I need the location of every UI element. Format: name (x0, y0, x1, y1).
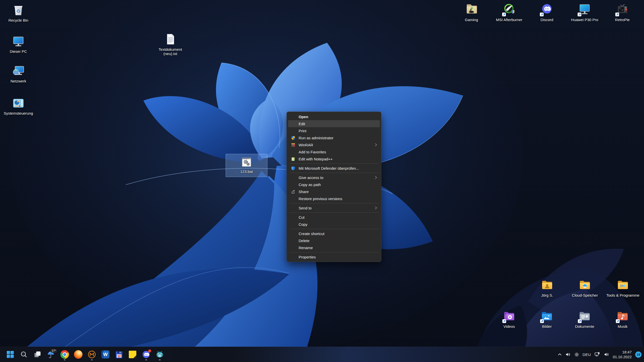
menu-item-label: Add to Favorites (299, 150, 326, 154)
shortcut-arrow-icon (578, 13, 581, 16)
menu-item-cut[interactable]: Cut (288, 214, 380, 221)
desktop-icon-musik[interactable]: Musik (604, 309, 641, 329)
desktop-icon-huawei-p30[interactable]: Huawei P30 Pro (566, 2, 603, 22)
desktop-icon-label: Recycle Bin (8, 18, 28, 22)
taskbar: 17° W (0, 347, 644, 362)
tray-clock[interactable]: 18:47 01.10.2022 (613, 350, 632, 359)
desktop-icon-tools-programme[interactable]: Tools & Programme (601, 278, 644, 297)
menu-item-label: Cut (299, 215, 304, 219)
svg-text:♻: ♻ (16, 8, 20, 14)
menu-separator (289, 212, 379, 213)
menu-item-share[interactable]: Share (288, 188, 380, 195)
desktop-icon-discord[interactable]: Discord (528, 2, 566, 22)
user-folder-icon (541, 278, 554, 292)
taskbar-sticky-notes-button[interactable] (126, 348, 139, 361)
desktop-icon-label: Dieser PC (10, 49, 27, 54)
desktop-icon-retropie[interactable]: RetroPie (603, 2, 641, 22)
shortcut-arrow-icon (502, 13, 506, 16)
desktop: ♻ Recycle Bin Dieser PC (0, 0, 644, 362)
menu-item-edit[interactable]: Edit (288, 120, 380, 127)
menu-item-rename[interactable]: Rename (288, 244, 380, 251)
desktop-icon-dieser-pc[interactable]: Dieser PC (0, 34, 37, 54)
shortcut-arrow-icon (502, 319, 506, 323)
menu-item-print[interactable]: Print (288, 127, 380, 134)
shortcut-arrow-icon (540, 319, 544, 323)
menu-item-winrar[interactable]: WinRAR (288, 141, 380, 148)
floppy-disk-64-icon: 64 (115, 350, 123, 359)
taskbar-icons: 17° W (4, 347, 167, 362)
desktop-icon-recycle-bin[interactable]: ♻ Recycle Bin (0, 3, 37, 22)
menu-item-send-to[interactable]: Send to (288, 204, 380, 211)
taskbar-firefox-button[interactable] (71, 348, 85, 361)
menu-separator (289, 252, 379, 252)
desktop-icon-systemsteuerung[interactable]: Systemsteuerung (0, 96, 37, 115)
tray-time: 18:47 (613, 350, 632, 354)
menu-item-open[interactable]: Open (288, 113, 380, 120)
weather-widget[interactable]: 17° (44, 348, 58, 361)
menu-item-create-shortcut[interactable]: Create shortcut (288, 230, 380, 237)
menu-item-restore-previous-versions[interactable]: Restore previous versions (288, 195, 380, 202)
menu-item-give-access-to[interactable]: Give access to (288, 174, 380, 181)
desktop-icon-label: Bilder (542, 324, 552, 329)
desktop-icon-gaming[interactable]: Gaming (453, 2, 490, 22)
shortcut-arrow-icon (615, 13, 619, 16)
menu-item-copy-as-path[interactable]: Copy as path (288, 181, 380, 188)
menu-item-properties[interactable]: Properties (288, 253, 380, 260)
desktop-icon-123bat-selected[interactable]: 123.bat (226, 154, 267, 177)
desktop-icon-label: 123.bat (240, 169, 253, 174)
tray-language[interactable]: DEU (583, 352, 591, 357)
taskbar-word-button[interactable]: W (99, 348, 112, 361)
desktop-icon-label: Videos (503, 324, 515, 329)
menu-item-label: Rename (299, 246, 313, 250)
menu-item-run-as-administrator[interactable]: Run as administrator (288, 134, 380, 141)
search-button[interactable] (17, 348, 31, 361)
desktop-icon-label: Huawei P30 Pro (571, 18, 598, 22)
notification-count-badge[interactable]: 19 (635, 351, 641, 358)
desktop-icon-label: Textdokument(neu).txt (151, 47, 189, 56)
winrar-icon (290, 142, 296, 148)
taskbar-piggybank-button[interactable] (153, 348, 167, 361)
menu-item-defender-scan[interactable]: Mit Microsoft Defender überprüfen... (288, 165, 380, 172)
desktop-icon-bilder[interactable]: Bilder (528, 309, 566, 329)
menu-item-label: Restore previous versions (299, 197, 342, 201)
mailbird-icon (88, 350, 96, 359)
desktop-icon-msi-afterburner[interactable]: MSI Afterburner (490, 2, 528, 22)
menu-item-label: Properties (299, 255, 316, 259)
taskbar-mail-button[interactable] (85, 348, 99, 361)
windows-logo-icon (6, 350, 14, 358)
search-icon (20, 351, 28, 358)
taskbar-chrome-button[interactable] (58, 348, 71, 361)
menu-item-add-to-favorites[interactable]: Add to Favorites (288, 148, 380, 155)
tray-volume-icon[interactable] (566, 352, 571, 357)
tray-chevron-up-icon[interactable] (557, 352, 562, 357)
menu-item-delete[interactable]: Delete (288, 237, 380, 244)
taskbar-discord-button[interactable] (139, 348, 153, 361)
tray-volume2-icon[interactable] (604, 352, 609, 357)
desktop-icon-cloud-speicher[interactable]: Cloud-Speicher (564, 278, 606, 297)
desktop-icon-textdokument[interactable]: Textdokument(neu).txt (151, 32, 189, 56)
discord-icon (540, 2, 554, 16)
menu-item-label: Open (299, 115, 308, 119)
desktop-icon-dokumente[interactable]: Dokumente (566, 309, 603, 329)
menu-item-label: Edit (299, 122, 305, 126)
menu-item-label: Send to (299, 206, 312, 210)
menu-item-label: Copy (299, 222, 307, 227)
tray-network-icon[interactable] (594, 352, 600, 357)
desktop-icon-netzwerk[interactable]: Netzwerk (0, 63, 37, 83)
desktop-icon-label: Netzwerk (11, 79, 26, 83)
share-icon (290, 189, 296, 194)
desktop-icon-label: Cloud-Speicher (572, 293, 598, 297)
desktop-icon-label: Tools & Programme (606, 293, 639, 297)
menu-item-label: Copy as path (299, 183, 321, 187)
menu-item-edit-with-notepadpp[interactable]: Edit with Notepad++ (288, 155, 380, 162)
shortcut-arrow-icon (578, 319, 582, 323)
taskbar-floppy64-button[interactable]: 64 (112, 348, 126, 361)
desktop-icon-joerg[interactable]: Jörg S. (528, 278, 566, 297)
this-pc-icon (12, 34, 25, 48)
start-button[interactable] (4, 348, 17, 361)
desktop-icon-videos[interactable]: Videos (490, 309, 528, 329)
tray-steelseries-icon[interactable] (574, 352, 579, 357)
chevron-right-icon (374, 206, 377, 209)
menu-item-copy[interactable]: Copy (288, 221, 380, 228)
task-view-button[interactable] (31, 348, 44, 361)
